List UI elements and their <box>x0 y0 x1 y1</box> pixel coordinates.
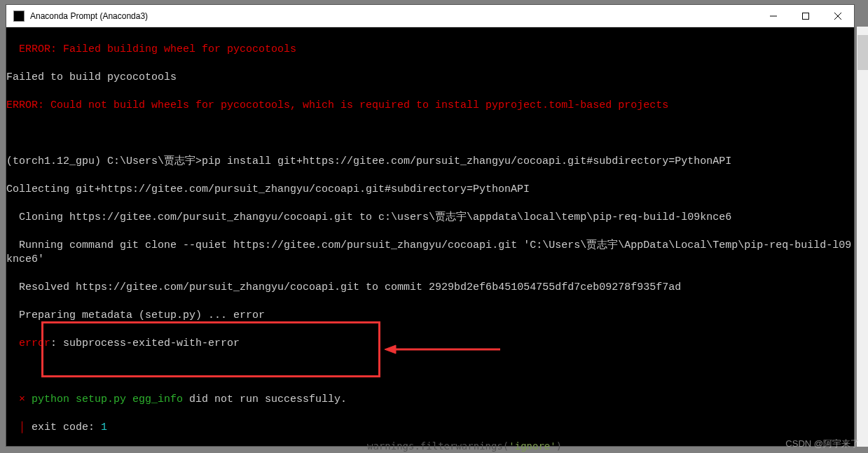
close-icon <box>834 13 841 20</box>
exit-code: 1 <box>101 421 107 433</box>
prompt-line: (torch1.12_gpu) C:\Users\贾志宇>pip install… <box>6 155 731 167</box>
terminal-output[interactable]: ERROR: Failed building wheel for pycocot… <box>6 27 854 446</box>
cross-icon: × <box>6 393 32 405</box>
command-text: python setup.py egg_info <box>32 393 183 405</box>
output-line: Cloning https://gitee.com/pursuit_zhangy… <box>6 211 731 223</box>
error-label: error <box>6 337 50 349</box>
titlebar[interactable]: Anaconda Prompt (Anaconda3) <box>6 5 854 27</box>
output-line: Collecting git+https://gitee.com/pursuit… <box>6 183 530 195</box>
tree-char: │ <box>6 421 32 433</box>
output-line: Resolved https://gitee.com/pursuit_zhang… <box>6 281 681 293</box>
watermark-text: CSDN @阿宇来了 <box>785 438 860 450</box>
app-icon <box>13 11 25 22</box>
background-code-snippet: warnings.filterwarnings('ignore') <box>367 440 562 452</box>
window-title: Anaconda Prompt (Anaconda3) <box>30 11 757 21</box>
terminal-window: Anaconda Prompt (Anaconda3) ERROR: Faile… <box>6 4 855 447</box>
scrollbar-thumb[interactable] <box>857 35 868 70</box>
minimize-icon <box>770 13 777 20</box>
maximize-icon <box>802 13 809 20</box>
maximize-button[interactable] <box>790 6 822 27</box>
output-text: did not run successfully. <box>183 393 347 405</box>
error-text: : subprocess-exited-with-error <box>50 337 240 349</box>
minimize-button[interactable] <box>757 6 790 27</box>
close-button[interactable] <box>822 6 854 27</box>
svg-rect-1 <box>803 13 809 19</box>
page-scrollbar[interactable] <box>857 27 868 447</box>
label: exit code: <box>32 421 101 433</box>
output-line: Failed to build pycocotools <box>6 71 177 83</box>
error-line: ERROR: Could not build wheels for pycoco… <box>6 99 668 111</box>
output-line: Running command git clone --quiet https:… <box>6 239 851 265</box>
output-line: Preparing metadata (setup.py) ... error <box>6 309 265 321</box>
error-line: ERROR: Failed building wheel for pycocot… <box>6 43 296 55</box>
